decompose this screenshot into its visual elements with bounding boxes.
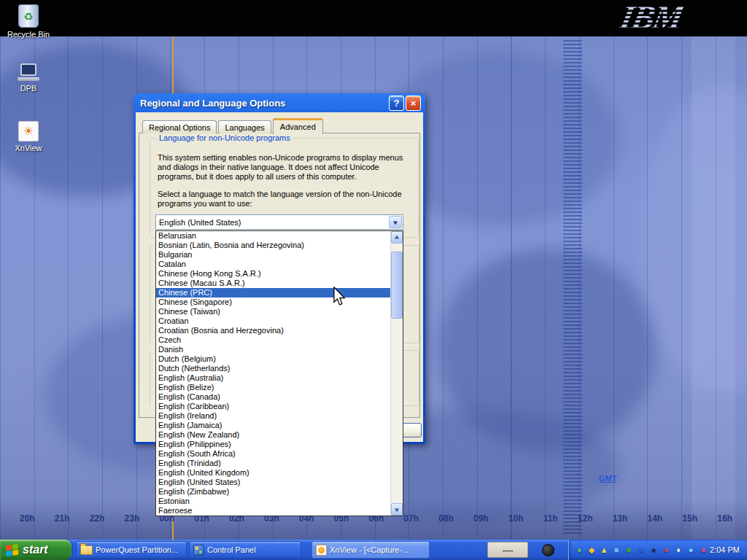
dialog-tabs: Regional OptionsLanguagesAdvanced [142, 118, 325, 133]
timezone-label: 21h [55, 513, 70, 524]
dropdown-list-item[interactable]: Faeroese [156, 506, 390, 516]
desktop-icon-recycle-bin[interactable]: ♻ Recycle Bin [4, 4, 53, 39]
dropdown-list-item[interactable]: English (United Kingdom) [156, 468, 390, 478]
close-button[interactable]: × [406, 96, 421, 111]
start-label: start [23, 543, 48, 556]
groupbox-edge-fragment [403, 405, 419, 406]
band-label: ---- [503, 545, 514, 554]
control-panel-icon [193, 545, 204, 556]
dropdown-list-item[interactable]: English (New Zealand) [156, 430, 390, 440]
dropdown-list-item[interactable]: English (Canada) [156, 392, 390, 402]
timezone-label: 23h [125, 513, 140, 524]
dropdown-list-item[interactable]: Bosnian (Latin, Bosnia and Herzegovina) [156, 241, 390, 250]
ibm-logo: IBM [616, 0, 686, 36]
groupbox-edge-fragment [150, 245, 150, 343]
dropdown-list-item[interactable]: Czech [156, 335, 390, 345]
dropdown-list-item[interactable]: English (South Africa) [156, 449, 390, 459]
taskbar-button-control-panel[interactable]: Control Panel [189, 541, 301, 559]
timezone-label: 13h [613, 513, 628, 524]
chevron-down-icon [393, 221, 398, 227]
dropdown-scrollbar[interactable] [390, 231, 403, 516]
tray-icon[interactable]: ■ [698, 546, 708, 554]
dropdown-list-item[interactable]: Chinese (PRC) [156, 288, 390, 298]
laptop-screen [20, 63, 36, 76]
tray-icons: ●◆▲■■■●●♦●■ [574, 546, 710, 554]
tray-icon[interactable]: ▲ [599, 546, 609, 554]
taskbar: start PowerQuest Partition... Control Pa… [0, 540, 747, 560]
start-button[interactable]: start [0, 540, 71, 560]
dialog-titlebar[interactable]: Regional and Language Options ? × [136, 93, 423, 112]
tray-icon[interactable]: ● [686, 546, 696, 554]
system-tray: ●◆▲■■■●●♦●■ 2:04 PM [568, 540, 747, 560]
desktop-icon-xnview[interactable]: ☀ XnView [4, 121, 53, 152]
dropdown-list-item[interactable]: English (Trinidad) [156, 459, 390, 468]
dropdown-list-item[interactable]: Croatian [156, 316, 390, 326]
dropdown-list-item[interactable]: Estonian [156, 497, 390, 506]
recycle-glyph: ♻ [23, 11, 33, 22]
dropdown-list-item[interactable]: Chinese (Taiwan) [156, 307, 390, 316]
triangle-down-icon [395, 508, 399, 514]
desktop-icon-dpb[interactable]: DPB [4, 63, 53, 93]
groupbox-edge-fragment [419, 245, 419, 343]
taskbar-button-powerquest[interactable]: PowerQuest Partition... [76, 541, 187, 559]
tray-icon[interactable]: ■ [611, 546, 622, 554]
tray-icon[interactable]: ◆ [587, 546, 597, 554]
windows-logo-icon [6, 543, 19, 556]
language-combobox[interactable]: English (United States) [155, 214, 403, 230]
combobox-dropdown-button[interactable] [389, 216, 402, 228]
desktop-icon-label: DPB [4, 84, 53, 93]
scroll-up-button[interactable] [391, 231, 403, 244]
groupbox-edge-fragment [150, 350, 150, 405]
description-text-1: This system setting enables non-Unicode … [158, 153, 413, 182]
dropdown-items: BelarusianBosnian (Latin, Bosnia and Her… [156, 231, 390, 516]
tray-icon[interactable]: ● [574, 546, 584, 554]
dropdown-list-item[interactable]: English (Zimbabwe) [156, 487, 390, 497]
dialog-tab[interactable]: Languages [218, 120, 271, 133]
scrollbar-thumb[interactable] [391, 252, 403, 319]
taskbar-clock[interactable]: 2:04 PM [710, 545, 740, 554]
dialog-title: Regional and Language Options [140, 98, 387, 109]
taskbar-band-dashes[interactable]: ---- [487, 542, 528, 558]
dropdown-list-item[interactable]: Dutch (Netherlands) [156, 364, 390, 373]
dropdown-list-item[interactable]: Danish [156, 345, 390, 354]
group-title: Language for non-Unicode programs [156, 133, 293, 142]
dropdown-list-item[interactable]: Chinese (Singapore) [156, 298, 390, 307]
dropdown-list-item[interactable]: Chinese (Hong Kong S.A.R.) [156, 269, 390, 279]
tray-icon[interactable]: ■ [636, 546, 646, 554]
dropdown-list-item[interactable]: English (Belize) [156, 383, 390, 392]
xnview-icon [316, 545, 327, 556]
dropdown-list-item[interactable]: Belarusian [156, 231, 390, 241]
dropdown-list-item[interactable]: Bulgarian [156, 250, 390, 260]
timezone-hatched-band [563, 40, 582, 534]
timezone-label: 10h [508, 513, 524, 524]
scroll-down-button[interactable] [391, 503, 403, 516]
dropdown-list-item[interactable]: Catalan [156, 260, 390, 269]
tray-icon[interactable]: ♦ [673, 546, 684, 554]
help-button[interactable]: ? [389, 96, 404, 111]
taskbar-button-label: Control Panel [207, 545, 256, 554]
timezone-label: 16h [717, 513, 732, 524]
desktop-icon-label: Recycle Bin [4, 30, 53, 39]
dropdown-list-item[interactable]: English (United States) [156, 478, 390, 487]
dropdown-list-item[interactable]: Dutch (Belgium) [156, 354, 390, 364]
dropdown-list-item[interactable]: English (Jamaica) [156, 421, 390, 430]
dropdown-list-item[interactable]: English (Ireland) [156, 411, 390, 421]
tray-icon[interactable]: ● [661, 546, 671, 554]
dropdown-list-item[interactable]: English (Australia) [156, 373, 390, 383]
tray-icon[interactable]: ● [649, 546, 659, 554]
dropdown-list-item[interactable]: Croatian (Bosnia and Herzegovina) [156, 326, 390, 335]
language-dropdown-list: BelarusianBosnian (Latin, Bosnia and Her… [155, 230, 403, 516]
sun-glyph: ☀ [23, 125, 34, 137]
tray-icon[interactable]: ■ [624, 546, 634, 554]
triangle-up-icon [395, 233, 399, 238]
dropdown-list-item[interactable]: Chinese (Macau S.A.R.) [156, 279, 390, 288]
timezone-label: 15h [682, 513, 697, 524]
dropdown-list-item[interactable]: English (Philippines) [156, 440, 390, 449]
laptop-icon [18, 63, 39, 82]
taskbar-band-icon[interactable] [533, 542, 562, 558]
dialog-tab[interactable]: Advanced [273, 118, 323, 134]
timezone-label: 20h [20, 513, 35, 524]
dropdown-list-item[interactable]: English (Caribbean) [156, 402, 390, 411]
taskbar-button-xnview[interactable]: XnView - [<Capture-... [311, 541, 430, 559]
dialog-tab[interactable]: Regional Options [142, 120, 217, 133]
